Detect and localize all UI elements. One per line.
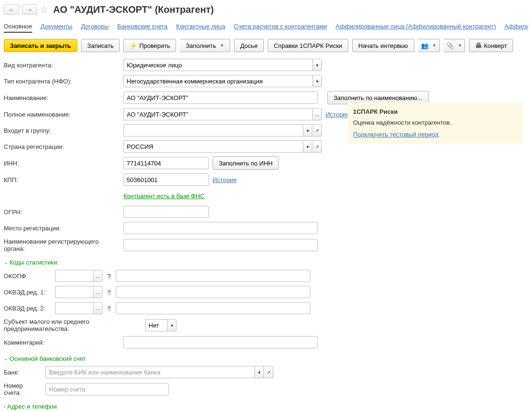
nfo-input[interactable]: [123, 75, 312, 87]
okved1-code-input[interactable]: [55, 286, 93, 298]
country-label: Страна регистрации:: [4, 143, 120, 150]
regplace-label: Место регистрации:: [4, 225, 120, 232]
chevron-down-icon: ⌄: [4, 356, 8, 361]
fullname-input[interactable]: [123, 108, 312, 120]
users-icon: 👥: [421, 42, 429, 49]
group-open-button[interactable]: ↗: [312, 124, 322, 137]
tab-settlement-accounts[interactable]: Счета расчетов с контрагентами: [234, 21, 327, 33]
acct-label: Номер счета:: [4, 382, 42, 396]
nfo-label: Тип контрагента (НФО):: [4, 78, 120, 85]
bank-open-button[interactable]: ↗: [264, 366, 273, 378]
check-button[interactable]: ⚡Проверить: [123, 39, 176, 52]
okopf-code-input[interactable]: [55, 270, 93, 282]
open-icon: ↗: [315, 128, 319, 133]
sme-input[interactable]: [145, 319, 167, 331]
spark-trial-link[interactable]: Подключить тестовый период: [353, 131, 439, 138]
nav-back-button[interactable]: ←: [4, 4, 19, 15]
fullname-label: Полное наименование:: [4, 111, 120, 118]
okved2-code-input[interactable]: [55, 302, 93, 314]
paperclip-icon: 📎: [447, 42, 454, 49]
address-section-header[interactable]: › Адрес и телефон: [4, 403, 528, 410]
bank-section-header[interactable]: ⌄ Основной банковский счет: [4, 355, 528, 362]
open-icon: ↗: [315, 144, 319, 149]
kind-input[interactable]: [123, 59, 312, 71]
bank-input[interactable]: [46, 366, 254, 378]
lightning-icon: ⚡: [130, 42, 137, 49]
okopf-help[interactable]: ?: [106, 273, 112, 280]
interview-button[interactable]: Начать интервью: [352, 39, 414, 52]
fill-button-label: Заполнить: [186, 42, 216, 49]
regorg-input[interactable]: [123, 239, 318, 251]
fns-link[interactable]: Контрагент есть в базе ФНС: [123, 192, 205, 200]
caret-down-icon: ▾: [258, 370, 261, 375]
fill-button[interactable]: Заполнить▼: [180, 39, 230, 52]
group-input[interactable]: [123, 124, 303, 137]
ellipsis-icon: …: [95, 274, 100, 279]
bank-label: Банк:: [4, 369, 42, 376]
tab-bar: Основное Документы Договоры Банковские с…: [4, 21, 528, 33]
spark-button[interactable]: Справки 1СПАРК Риски: [268, 39, 348, 52]
users-button[interactable]: 👥▼: [418, 39, 440, 52]
inn-label: ИНН:: [4, 160, 120, 167]
kind-dropdown-button[interactable]: ▾: [312, 59, 322, 71]
inn-input[interactable]: [123, 157, 209, 169]
okved1-help[interactable]: ?: [106, 289, 112, 296]
caret-down-icon: ▾: [171, 323, 173, 328]
caret-down-icon: ▾: [316, 63, 318, 68]
okved2-name-input[interactable]: [116, 302, 310, 314]
ellipsis-icon: …: [95, 306, 100, 311]
okopf-ellipsis-button[interactable]: …: [93, 270, 103, 282]
country-dropdown-button[interactable]: ▾: [303, 140, 312, 153]
kind-label: Вид контрагента:: [4, 62, 120, 69]
fullname-ellipsis-button[interactable]: …: [312, 108, 322, 120]
regplace-input[interactable]: [123, 222, 318, 234]
country-input[interactable]: [123, 140, 303, 153]
check-button-label: Проверить: [139, 42, 170, 49]
envelope-button[interactable]: 🖶Конверт: [469, 39, 513, 52]
ellipsis-icon: …: [95, 290, 100, 295]
country-open-button[interactable]: ↗: [312, 140, 322, 153]
kpp-input[interactable]: [123, 174, 209, 186]
group-dropdown-button[interactable]: ▾: [303, 124, 312, 137]
page-title: АО "АУДИТ-ЭСКОРТ" (Контрагент): [53, 4, 214, 15]
address-section-label: Адрес и телефон: [7, 403, 56, 410]
kpp-history-link[interactable]: История: [213, 176, 236, 183]
name-label: Наименование:: [4, 94, 120, 101]
tab-main[interactable]: Основное: [4, 21, 32, 33]
fill-by-inn-button[interactable]: Заполнить по ИНН: [213, 156, 279, 170]
comment-label: Комментарий:: [4, 339, 120, 346]
bank-dropdown-button[interactable]: ▾: [254, 366, 264, 378]
arrow-left-icon: ←: [9, 6, 15, 13]
name-input[interactable]: [123, 91, 318, 104]
okved1-ellipsis-button[interactable]: …: [93, 286, 103, 298]
attach-button[interactable]: 📎▼: [444, 39, 466, 52]
write-button[interactable]: Записать: [81, 39, 120, 52]
acct-input[interactable]: [46, 383, 169, 395]
comment-input[interactable]: [123, 336, 318, 348]
tab-bank-accounts[interactable]: Банковские счета: [117, 21, 168, 33]
okopf-name-input[interactable]: [116, 270, 310, 282]
star-icon[interactable]: ☆: [40, 4, 48, 15]
caret-down-icon: ▾: [307, 128, 309, 133]
tab-affiliated2[interactable]: Аффилирс: [504, 21, 528, 33]
tab-contacts[interactable]: Контактные лица: [176, 21, 225, 33]
ogrn-input[interactable]: [123, 206, 209, 218]
okved1-name-input[interactable]: [116, 286, 310, 298]
fullname-history-link[interactable]: История: [326, 111, 349, 118]
nav-forward-button[interactable]: →: [22, 4, 37, 15]
tab-documents[interactable]: Документы: [41, 21, 73, 33]
widthokved2-label: ОКВЭД ред. 2:: [4, 305, 51, 312]
okved2-help[interactable]: ?: [106, 305, 112, 312]
dossier-button[interactable]: Досье: [234, 39, 264, 52]
chevron-down-icon: ⌄: [4, 260, 8, 265]
write-close-button[interactable]: Записать и закрыть: [4, 39, 77, 52]
tab-contracts[interactable]: Договоры: [81, 21, 109, 33]
caret-down-icon: ▾: [307, 144, 309, 149]
tab-affiliated[interactable]: Аффилированные лица (Аффилированный конт…: [336, 21, 496, 33]
sme-dropdown-button[interactable]: ▾: [167, 319, 177, 331]
stats-section-header[interactable]: ⌄ Коды статистики:: [4, 259, 528, 266]
nfo-dropdown-button[interactable]: ▾: [312, 75, 322, 87]
stats-section-label: Коды статистики:: [9, 259, 59, 266]
kpp-label: КПП:: [4, 176, 120, 183]
okved2-ellipsis-button[interactable]: …: [93, 302, 103, 314]
